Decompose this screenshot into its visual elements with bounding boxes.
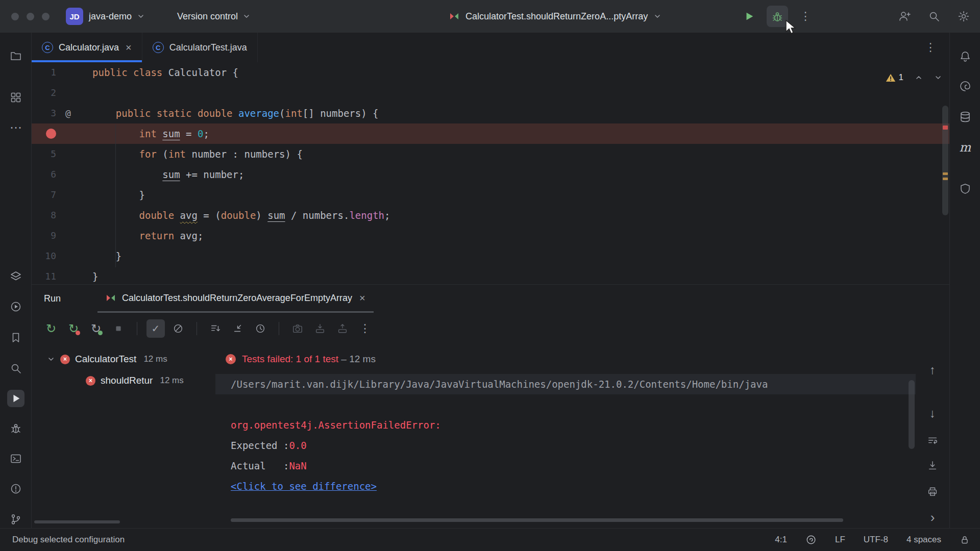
code-editor[interactable]: 1public class Calculator {23@ public sta… <box>32 62 949 284</box>
tree-horizontal-scrollbar[interactable] <box>34 520 120 523</box>
warnings-counter[interactable]: 1 <box>886 72 903 83</box>
caret-position[interactable]: 4:1 <box>775 535 787 545</box>
tab-calculatortest-java[interactable]: C CalculatorTest.java <box>142 33 258 62</box>
toolbar-more-button[interactable]: ⋮ <box>356 319 374 338</box>
editor-scrollbar[interactable] <box>942 106 948 215</box>
window-close-button[interactable] <box>11 13 19 20</box>
line-number[interactable]: 6 <box>32 164 56 185</box>
show-passed-button[interactable]: ✓ <box>146 319 165 338</box>
search-everywhere-button[interactable] <box>924 6 944 27</box>
run-button[interactable] <box>739 6 760 27</box>
show-ignored-button[interactable] <box>169 319 187 338</box>
problems-icon[interactable] <box>7 480 24 497</box>
settings-button[interactable] <box>953 6 974 27</box>
services-icon[interactable] <box>7 268 24 285</box>
tree-expand-chevron-icon[interactable] <box>47 355 55 363</box>
sort-by-duration-button[interactable] <box>251 319 270 338</box>
notifications-bell-icon[interactable] <box>957 47 974 65</box>
ai-status-icon[interactable] <box>805 534 817 545</box>
breakpoint-icon[interactable] <box>46 129 56 139</box>
snapshot-button[interactable] <box>288 319 307 338</box>
code-text[interactable]: for (int number : numbers) { <box>92 144 949 164</box>
bookmarks-icon[interactable] <box>7 329 24 346</box>
line-number[interactable]: 2 <box>32 83 56 103</box>
line-number[interactable]: 11 <box>32 266 56 284</box>
error-stripe-mark[interactable] <box>943 126 948 130</box>
warning-stripe-mark[interactable] <box>943 172 948 175</box>
line-number[interactable]: 7 <box>32 185 56 205</box>
breakpoint-gutter[interactable] <box>32 123 56 144</box>
console-java-path[interactable]: /Users/marit.van.dijk/Library/Java/JavaV… <box>231 379 768 390</box>
print-button[interactable] <box>924 483 941 500</box>
run-anything-icon[interactable] <box>7 298 24 315</box>
import-results-button[interactable] <box>311 319 329 338</box>
ai-assistant-icon[interactable] <box>957 78 974 95</box>
tab-calculator-java[interactable]: C Calculator.java × <box>32 33 142 62</box>
run-toolwindow-button[interactable] <box>7 390 24 407</box>
line-number[interactable]: 10 <box>32 246 56 266</box>
warning-stripe-mark[interactable] <box>943 178 948 180</box>
more-actions-button[interactable]: ⋮ <box>795 6 816 27</box>
vcs-widget[interactable]: Version control <box>177 11 250 22</box>
code-text[interactable]: } <box>92 246 949 266</box>
debug-toolwindow-icon[interactable] <box>7 419 24 437</box>
project-widget[interactable]: JD java-demo <box>66 8 144 25</box>
test-tree-row-root[interactable]: × CalculatorTest 12 ms <box>32 348 215 370</box>
code-text[interactable]: public static double average(int[] numbe… <box>92 103 949 123</box>
window-minimize-button[interactable] <box>27 13 34 20</box>
line-number[interactable]: 1 <box>32 62 56 83</box>
code-text[interactable]: } <box>92 185 949 205</box>
next-problem-chevron-down-icon[interactable] <box>934 73 942 82</box>
code-text[interactable]: return avg; <box>92 226 949 246</box>
modules-icon[interactable] <box>7 89 24 106</box>
export-results-button[interactable] <box>333 319 352 338</box>
line-separator-widget[interactable]: LF <box>835 535 845 545</box>
project-folder-icon[interactable] <box>7 47 24 65</box>
shield-icon[interactable] <box>957 180 974 197</box>
collapse-all-button[interactable] <box>229 319 247 338</box>
tab-options-kebab-icon[interactable]: ⋮ <box>925 42 936 53</box>
find-icon[interactable] <box>7 360 24 377</box>
line-number[interactable]: 9 <box>32 226 56 246</box>
run-configuration-widget[interactable]: CalculatorTest.shouldReturnZeroA...ptyAr… <box>449 11 661 22</box>
maven-icon[interactable]: m <box>957 139 974 156</box>
console-error-class[interactable]: org.opentest4j.AssertionFailedError: <box>231 419 441 431</box>
debug-button[interactable] <box>767 6 788 27</box>
line-number[interactable]: 5 <box>32 144 56 164</box>
git-branch-icon[interactable] <box>7 511 24 528</box>
code-text[interactable]: public class Calculator { <box>92 62 949 83</box>
console-vertical-scrollbar[interactable] <box>909 380 915 449</box>
line-number[interactable]: 3 <box>32 103 56 123</box>
console-horizontal-scrollbar[interactable] <box>231 518 843 522</box>
code-text[interactable]: sum += number; <box>92 164 949 185</box>
code-text[interactable]: double avg = (double) sum / numbers.leng… <box>92 205 949 226</box>
window-zoom-button[interactable] <box>42 13 50 20</box>
close-session-icon[interactable]: × <box>359 292 365 304</box>
code-text[interactable] <box>92 83 949 103</box>
code-text[interactable]: int sum = 0; <box>92 123 949 144</box>
test-console[interactable]: × Tests failed: 1 of 1 test – 12 ms /Use… <box>215 344 916 528</box>
test-tree-row-method[interactable]: × shouldRetur 12 ms <box>32 370 215 391</box>
prev-problem-chevron-up-icon[interactable] <box>915 73 923 82</box>
terminal-icon[interactable] <box>7 450 24 467</box>
scroll-down-button[interactable]: ↓ <box>924 405 941 422</box>
rerun-failed-tests-button[interactable]: ↻ <box>64 319 83 338</box>
toggle-auto-test-button[interactable]: ↻ <box>87 319 105 338</box>
indent-widget[interactable]: 4 spaces <box>906 535 941 545</box>
run-session-tab[interactable]: CalculatorTest.shouldReturnZeroAverageFo… <box>97 285 374 313</box>
readonly-lock-icon[interactable] <box>960 535 970 545</box>
database-icon[interactable] <box>957 108 974 126</box>
line-number[interactable]: 8 <box>32 205 56 226</box>
encoding-widget[interactable]: UTF-8 <box>864 535 888 545</box>
rerun-tests-button[interactable]: ↻ <box>42 319 60 338</box>
code-text[interactable]: } <box>92 266 949 284</box>
more-tool-windows-icon[interactable]: ⋯ <box>7 119 24 136</box>
soft-wrap-button[interactable] <box>924 432 941 449</box>
scroll-to-end-button[interactable] <box>924 457 941 474</box>
scroll-up-button[interactable]: ↑ <box>924 361 941 379</box>
expand-strip-button[interactable]: › <box>924 509 941 526</box>
see-difference-link[interactable]: <Click to see difference> <box>231 481 377 492</box>
code-with-me-button[interactable] <box>894 6 915 27</box>
sort-alphabetically-button[interactable] <box>206 319 225 338</box>
stop-button[interactable] <box>109 319 128 338</box>
